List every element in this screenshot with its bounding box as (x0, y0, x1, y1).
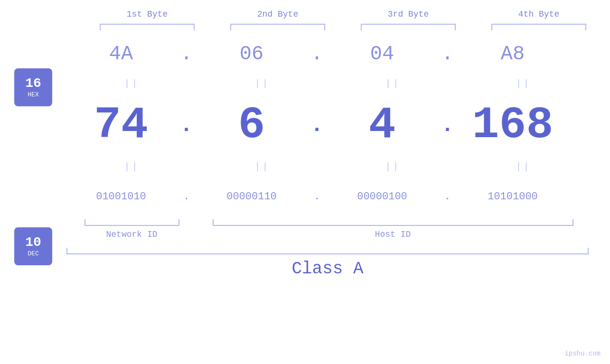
dec-val-4: 168 (458, 100, 567, 151)
bin-val-3: 00000100 (328, 191, 437, 203)
bin-dot-3: . (437, 191, 458, 203)
equals-row-1: || || || || (66, 73, 610, 94)
eq-2-4: || (458, 161, 589, 172)
bottom-brackets-row: Network ID Host ID (66, 219, 610, 239)
hex-row: 4A . 06 . 04 . A8 (66, 35, 610, 73)
right-content: 4A . 06 . 04 . A8 (66, 35, 610, 364)
left-badges: 16 HEX 10 DEC 2 BIN (0, 35, 66, 364)
dec-val-2: 6 (197, 100, 306, 151)
dec-badge: 10 DEC (14, 227, 52, 265)
host-id-label: Host ID (375, 230, 411, 239)
dec-val-3: 4 (328, 100, 437, 151)
dec-badge-num: 10 (25, 235, 41, 250)
bin-val-2: 00000110 (197, 191, 306, 203)
eq-1-3: || (328, 78, 458, 89)
dec-badge-label: DEC (28, 250, 38, 257)
class-label: Class A (66, 259, 589, 279)
eq-2-1: || (66, 161, 197, 172)
bin-row: 01001010 . 00000110 . 00000100 . (66, 177, 610, 215)
dec-dot-3: . (437, 113, 458, 138)
watermark: ipshu.com (564, 350, 601, 357)
top-bracket-4 (474, 24, 604, 30)
top-bracket-3 (343, 24, 474, 30)
dec-dot-1: . (176, 113, 197, 138)
bin-val-1: 01001010 (66, 191, 176, 203)
hex-badge-num: 16 (25, 76, 41, 91)
class-section: Class A (66, 248, 589, 279)
network-id-bracket: Network ID (66, 219, 197, 239)
byte3-header: 3rd Byte (343, 9, 474, 19)
headers-row: 1st Byte 2nd Byte 3rd Byte 4th Byte (0, 9, 610, 19)
bin-val-4: 10101000 (458, 191, 567, 203)
network-id-label: Network ID (106, 230, 157, 239)
hex-dot-3: . (437, 43, 458, 65)
dec-dot-2: . (306, 113, 328, 138)
hex-dot-2: . (306, 43, 328, 65)
byte2-header: 2nd Byte (213, 9, 343, 19)
top-bracket-2 (213, 24, 343, 30)
eq-2-3: || (328, 161, 458, 172)
host-id-bracket: Host ID (197, 219, 589, 239)
byte4-header: 4th Byte (474, 9, 604, 19)
hex-dot-1: . (176, 43, 197, 65)
bin-dot-2: . (306, 191, 328, 203)
top-bracket-1 (82, 24, 213, 30)
hex-val-2: 06 (197, 43, 306, 65)
eq-1-2: || (197, 78, 328, 89)
eq-2-2: || (197, 161, 328, 172)
top-brackets-row (0, 24, 610, 30)
class-bracket (66, 248, 589, 254)
dec-row: 74 . 6 . 4 . 168 (66, 94, 610, 156)
bin-dot-1: . (176, 191, 197, 203)
hex-badge-label: HEX (28, 91, 38, 98)
hex-val-3: 04 (328, 43, 437, 65)
byte1-header: 1st Byte (82, 9, 213, 19)
main-container: 1st Byte 2nd Byte 3rd Byte 4th Byte 16 H… (0, 0, 610, 364)
eq-1-4: || (458, 78, 589, 89)
equals-row-2: || || || || (66, 156, 610, 177)
hex-val-1: 4A (66, 43, 176, 65)
hex-badge: 16 HEX (14, 68, 52, 106)
layout-row: 16 HEX 10 DEC 2 BIN 4A . (0, 35, 610, 364)
eq-1-1: || (66, 78, 197, 89)
hex-val-4: A8 (458, 43, 567, 65)
dec-val-1: 74 (66, 100, 176, 151)
